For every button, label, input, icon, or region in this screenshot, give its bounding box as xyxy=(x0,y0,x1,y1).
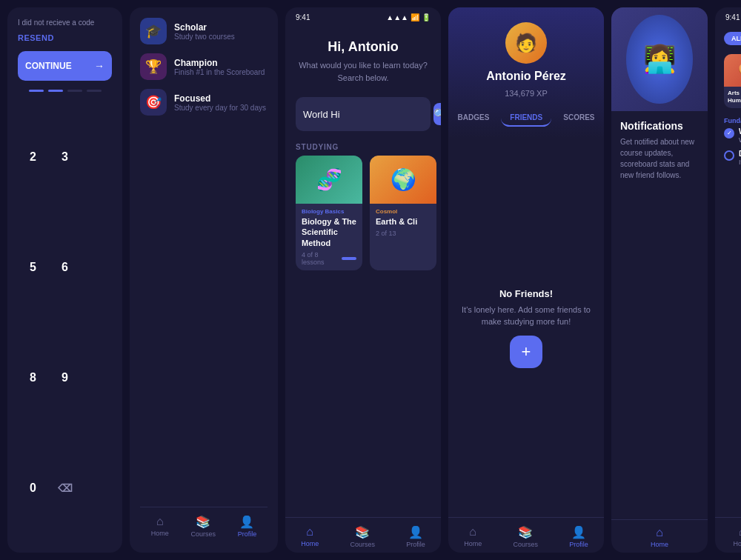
nav-courses[interactable]: 📚 Courses xyxy=(190,515,216,538)
scholar-icon: 🎓 xyxy=(140,18,167,44)
key-6[interactable]: 6 xyxy=(50,213,80,321)
profile-panel: 🧑 Antonio Pérez 134,679 XP BADGES FRIEND… xyxy=(448,7,604,553)
course-card-cosmo[interactable]: 🌍 Cosmol Earth & Cli 2 of 13 xyxy=(370,156,436,270)
search-input[interactable] xyxy=(303,109,428,120)
course-title-cosmo: Earth & Cli xyxy=(376,216,431,227)
status-bar: 9:41 ▲▲▲ 📶 🔋 xyxy=(285,7,441,24)
notif-body: Notifications Get notified about new cou… xyxy=(611,111,708,190)
courses-nav-home[interactable]: ⌂ Home xyxy=(733,525,741,548)
key-empty-2 xyxy=(82,213,112,321)
profile-xp: 134,679 XP xyxy=(505,89,548,98)
course-category-cosmo: Cosmol xyxy=(376,208,431,215)
tab-friends[interactable]: FRIENDS xyxy=(501,110,551,127)
profile-nav-profile[interactable]: 👤 Profile xyxy=(569,525,588,548)
pin-dots xyxy=(18,90,112,92)
key-5[interactable]: 5 xyxy=(18,213,48,321)
key-0[interactable]: 0 xyxy=(18,433,48,542)
profile-nav-courses-label: Courses xyxy=(513,541,538,548)
key-9[interactable]: 9 xyxy=(50,323,80,432)
key-3[interactable]: 3 xyxy=(50,102,80,211)
courses-list-panel: 9:41 ▲▲▲ 📶 🔋 ALL STUDYING SAVED 🎨 Arts a… xyxy=(715,7,741,553)
search-bar[interactable]: 🔍 xyxy=(296,97,431,131)
battery-icon: 🔋 xyxy=(422,13,431,21)
notif-bottom-nav: ⌂ Home xyxy=(611,519,708,553)
nav-profile[interactable]: 👤 Profile xyxy=(238,515,257,538)
achievement-item: 🎯 Focused Study every day for 30 days xyxy=(140,89,268,116)
home-bottom-nav: ⌂ Home 📚 Courses 👤 Profile xyxy=(285,517,441,553)
tab-scores[interactable]: SCORES xyxy=(554,110,603,127)
course-card-biology[interactable]: 🧬 Biology Basics Biology & The Scientifi… xyxy=(296,156,362,270)
achievement-title: Focused xyxy=(174,93,266,104)
home-nav-profile-icon: 👤 xyxy=(408,525,423,539)
lesson-check-2 xyxy=(724,150,734,161)
progress-dot xyxy=(342,257,356,260)
no-code-text: I did not recieve a code xyxy=(18,18,112,27)
achievement-subtitle: Study every day for 30 days xyxy=(174,104,266,112)
key-2[interactable]: 2 xyxy=(18,102,48,211)
home-nav-home-icon: ⌂ xyxy=(306,525,313,539)
home-nav-courses-label: Courses xyxy=(350,541,375,548)
profile-nav-courses-icon: 📚 xyxy=(518,525,533,539)
achievements-panel: 🎓 Scholar Study two courses 🏆 Champion F… xyxy=(130,7,278,553)
home-nav-home-label: Home xyxy=(301,540,319,547)
pin-dot-2 xyxy=(48,90,63,92)
profile-bottom-nav: ⌂ Home 📚 Courses 👤 Profile xyxy=(448,517,604,553)
no-friends-title: No Friends! xyxy=(460,288,592,299)
add-friend-button[interactable]: + xyxy=(510,336,542,368)
profile-nav-profile-label: Profile xyxy=(569,541,588,548)
lesson-check-1: ✓ xyxy=(724,128,734,139)
greeting-subtitle: What would you like to learn today? Sear… xyxy=(297,59,429,84)
tab-badges[interactable]: BADGES xyxy=(449,110,499,127)
profile-name: Antonio Pérez xyxy=(486,70,566,83)
continue-button[interactable]: CONTINUE → xyxy=(18,51,112,81)
courses-scroll: 🧬 Biology Basics Biology & The Scientifi… xyxy=(285,156,441,270)
no-friends-section: No Friends! It's lonely here. Add some f… xyxy=(448,139,604,517)
no-friends-subtitle: It's lonely here. Add some friends to ma… xyxy=(460,304,592,328)
home-panel: 9:41 ▲▲▲ 📶 🔋 Hi, Antonio What would you … xyxy=(285,7,441,553)
notification-panel: 👩‍💻 Notifications Get notified about new… xyxy=(611,7,708,553)
achievement-item: 🏆 Champion Finish #1 in the Scoreboard xyxy=(140,53,268,80)
profile-nav-courses[interactable]: 📚 Courses xyxy=(513,525,538,548)
courses-bottom-nav: ⌂ Home 📚 Courses 👤 Profile xyxy=(715,517,741,553)
courses-time: 9:41 xyxy=(725,13,740,21)
arts-thumb-label: Arts and Humanities xyxy=(724,87,741,108)
home-nav-courses[interactable]: 📚 Courses xyxy=(350,525,375,548)
courses-status-bar: 9:41 ▲▲▲ 📶 🔋 xyxy=(715,7,741,24)
home-nav-courses-icon: 📚 xyxy=(355,525,370,539)
key-empty-1 xyxy=(82,102,112,211)
arrow-icon: → xyxy=(94,60,104,72)
key-empty-4 xyxy=(82,433,112,542)
profile-nav-home-label: Home xyxy=(464,540,482,547)
search-button[interactable]: 🔍 xyxy=(433,103,441,125)
key-backspace[interactable]: ⌫ xyxy=(50,433,80,542)
course-progress: 4 of 8 lessons xyxy=(302,251,356,266)
notif-text: Get notified about new course updates, s… xyxy=(620,136,699,181)
achievement-text: Champion Finish #1 in the Scoreboard xyxy=(174,58,265,76)
notif-nav-home[interactable]: ⌂ Home xyxy=(651,526,668,548)
wifi-icon: 📶 xyxy=(411,13,419,21)
home-nav-home[interactable]: ⌂ Home xyxy=(301,525,319,548)
home-nav-profile[interactable]: 👤 Profile xyxy=(406,525,425,548)
no-friends-text: No Friends! It's lonely here. Add some f… xyxy=(460,288,592,328)
notif-title: Notifications xyxy=(620,120,699,132)
notif-nav-home-icon: ⌂ xyxy=(656,526,663,539)
achievement-text: Scholar Study two courses xyxy=(174,22,235,41)
profile-nav-home[interactable]: ⌂ Home xyxy=(464,525,482,548)
key-8[interactable]: 8 xyxy=(18,323,48,432)
nav-courses-label: Courses xyxy=(190,530,216,538)
screen-container: I did not recieve a code RESEND CONTINUE… xyxy=(0,0,741,560)
nav-home[interactable]: ⌂ Home xyxy=(151,515,169,538)
resend-link[interactable]: RESEND xyxy=(18,33,112,42)
filter-tabs: ALL STUDYING SAVED xyxy=(715,24,741,50)
keypad: 2 3 5 6 8 9 0 ⌫ xyxy=(18,102,112,542)
pin-dot-1 xyxy=(29,90,44,92)
filter-all[interactable]: ALL xyxy=(724,32,741,45)
achievement-title: Champion xyxy=(174,58,265,68)
home-greeting: Hi, Antonio What would you like to learn… xyxy=(285,24,441,91)
bottom-nav: ⌂ Home 📚 Courses 👤 Profile xyxy=(140,507,268,542)
achievement-title: Scholar xyxy=(174,22,235,33)
profile-nav-home-icon: ⌂ xyxy=(469,525,476,539)
courses-icon: 📚 xyxy=(196,515,210,529)
thumb-arts[interactable]: 🎨 Arts and Humanities xyxy=(724,54,741,108)
course-progress-cosmo: 2 of 13 xyxy=(376,230,431,237)
